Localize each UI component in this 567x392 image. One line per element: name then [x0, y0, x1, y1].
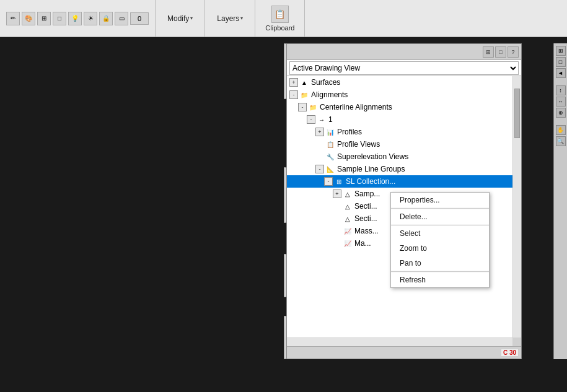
- clipboard-section: 📋 Clipboard: [255, 0, 305, 37]
- right-icon-3[interactable]: ◄: [556, 68, 566, 78]
- pencil-icon[interactable]: ✏: [6, 12, 20, 25]
- scrollbar-thumb[interactable]: [514, 89, 520, 138]
- sun-icon[interactable]: ☀: [84, 12, 97, 25]
- grid-icon[interactable]: ⊞: [37, 12, 51, 25]
- zero-field[interactable]: 0: [130, 12, 149, 25]
- horizontal-scrollbar[interactable]: [287, 338, 512, 346]
- color-icon[interactable]: 🎨: [22, 12, 35, 25]
- tree-item[interactable]: 🔧 Superelevation Views: [287, 150, 512, 163]
- tree-node-icon: 📁: [308, 102, 318, 112]
- context-menu-properties[interactable]: Properties...: [391, 193, 489, 207]
- modify-arrow: ▾: [190, 15, 193, 21]
- layers-section: Layers ▾: [205, 0, 255, 37]
- right-icon-2[interactable]: □: [556, 57, 566, 67]
- tree-node-label: Profiles: [337, 128, 362, 136]
- right-icon-6[interactable]: ⊕: [556, 108, 566, 118]
- tree-node-icon: ⊞: [334, 176, 344, 186]
- context-menu-delete[interactable]: Delete...: [391, 209, 489, 224]
- layers-label: Layers: [217, 14, 239, 23]
- panel-rect-icon[interactable]: □: [495, 46, 506, 58]
- right-icon-5[interactable]: ↔: [556, 97, 566, 107]
- tree-node-icon: △: [343, 201, 353, 211]
- square-icon[interactable]: □: [53, 12, 66, 25]
- right-icon-7[interactable]: ✋: [556, 125, 566, 135]
- tree-node-icon: ▲: [299, 77, 309, 87]
- tree-node-label: Secti...: [354, 202, 377, 211]
- tree-node-label: Alignments: [311, 90, 348, 99]
- context-menu-zoom[interactable]: Zoom to: [391, 241, 489, 256]
- tree-node-icon: △: [343, 189, 353, 199]
- tree-node-icon: 📈: [343, 238, 353, 248]
- bulb-icon[interactable]: 💡: [68, 12, 82, 25]
- modify-dropdown[interactable]: Modify ▾: [165, 13, 195, 24]
- main-area: Prospector Settings Survey Toolbox Tools…: [0, 37, 567, 392]
- vertical-scrollbar[interactable]: [512, 76, 521, 338]
- panel-status-bar: C 30: [287, 346, 521, 359]
- layers-dropdown[interactable]: Layers ▾: [214, 13, 245, 24]
- tree-node-icon: △: [343, 214, 353, 224]
- tree-node-label: Sample Line Groups: [337, 165, 405, 173]
- rect-icon[interactable]: ▭: [115, 12, 128, 25]
- layers-arrow: ▾: [240, 15, 243, 21]
- tree-node-label: Samp...: [354, 189, 380, 198]
- tree-item[interactable]: - ⊞ SL Collection...: [287, 175, 512, 188]
- tree-node-label: Surfaces: [311, 78, 340, 87]
- context-menu-select[interactable]: Select: [391, 226, 489, 241]
- context-menu-refresh[interactable]: Refresh: [391, 272, 489, 287]
- tree-node-icon: 📁: [299, 90, 309, 100]
- modify-label: Modify: [167, 14, 189, 23]
- tree-node-label: Ma...: [354, 239, 371, 248]
- tree-item[interactable]: 📋 Profile Views: [287, 138, 512, 150]
- lock-icon[interactable]: 🔒: [99, 12, 113, 25]
- tree-item[interactable]: + 📊 Profiles: [287, 126, 512, 138]
- tree-node-label: Mass...: [354, 227, 379, 235]
- panel-grid-icon[interactable]: ⊞: [483, 46, 494, 58]
- modify-section: Modify ▾: [156, 0, 205, 37]
- tree-node-label: Superelevation Views: [337, 152, 408, 161]
- tree-node-label: Profile Views: [337, 140, 380, 149]
- tree-item[interactable]: - 📁 Centerline Alignments: [287, 101, 512, 113]
- properties-section: ✏ 🎨 ⊞ □ 💡 ☀ 🔒 ▭ 0: [0, 0, 156, 37]
- tree-node-icon: →: [317, 115, 327, 124]
- context-menu-pan[interactable]: Pan to: [391, 256, 489, 271]
- panel-top-bar: ⊞ □ ?: [287, 44, 521, 60]
- right-icon-1[interactable]: ⊞: [556, 46, 566, 56]
- status-badge: C 30: [501, 349, 519, 357]
- tree-item[interactable]: - 📐 Sample Line Groups: [287, 163, 512, 175]
- tree-node-icon: 🔧: [325, 152, 335, 162]
- tree-item[interactable]: - → 1: [287, 113, 512, 126]
- context-menu: Properties... Delete... Select Zoom to P…: [390, 192, 490, 288]
- scrollbar-corner: [512, 338, 521, 346]
- tree-node-label: Secti...: [354, 214, 377, 223]
- tree-node-icon: 📊: [325, 127, 335, 137]
- toolbar-btn-row: ✏ 🎨 ⊞ □ 💡 ☀ 🔒 ▭ 0: [6, 12, 149, 25]
- panel-help-icon[interactable]: ?: [508, 46, 519, 58]
- tree-item[interactable]: - 📁 Alignments: [287, 89, 512, 101]
- tree-item[interactable]: + ▲ Surfaces: [287, 76, 512, 89]
- tree-node-label: 1: [328, 115, 333, 124]
- context-menu-sep1: [391, 208, 489, 209]
- clipboard-icon[interactable]: 📋: [271, 6, 289, 23]
- right-icon-8[interactable]: 🔍: [556, 136, 566, 146]
- tree-node-label: SL Collection...: [346, 177, 395, 186]
- tree-node-icon: 📋: [325, 139, 335, 149]
- tree-node-icon: 📐: [325, 164, 335, 174]
- context-menu-sep3: [391, 271, 489, 272]
- toolbar: ✏ 🎨 ⊞ □ 💡 ☀ 🔒 ▭ 0 Modify ▾ Layers ▾ 📋 Cl…: [0, 0, 567, 37]
- clipboard-label: Clipboard: [265, 24, 294, 32]
- right-panel: ⊞ □ ◄ ↕ ↔ ⊕ ✋ 🔍: [553, 43, 567, 359]
- panel-dropdown-header: Active Drawing View: [287, 60, 521, 76]
- context-menu-sep2: [391, 225, 489, 225]
- active-drawing-select[interactable]: Active Drawing View: [289, 61, 519, 75]
- tree-node-label: Centerline Alignments: [320, 103, 392, 111]
- tree-node-icon: 📈: [343, 226, 353, 236]
- right-icon-4[interactable]: ↕: [556, 85, 566, 95]
